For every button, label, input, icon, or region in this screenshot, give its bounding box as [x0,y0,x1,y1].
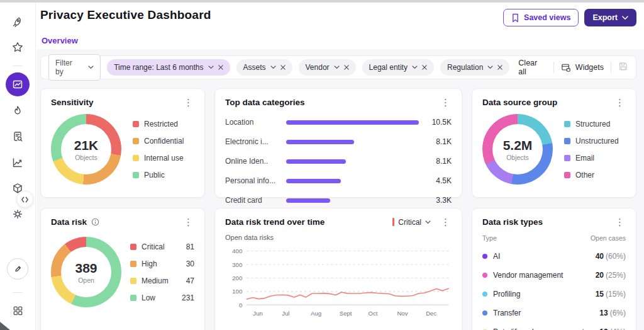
table-row: Data lifecycle management12(4%) [482,327,626,330]
donut-value: 5.2M [503,138,533,153]
tab-bar: Overview [36,26,644,52]
bar-row: Electronic i... 8.1K [225,137,452,146]
legend: Restricted Confidential Internal use Pub… [133,120,194,179]
sidebar-divider [13,292,23,293]
card-data-risk-trend: Data risk trend over time Critical ⋮ Ope… [214,208,462,330]
sidebar [0,3,36,330]
legend-item: Critical81 [130,242,194,251]
filter-pill-vendor[interactable]: Vendor [299,59,356,76]
card-title: Data risk types [482,217,543,227]
donut-value: 389 [75,261,97,276]
svg-text:0: 0 [239,302,242,309]
card-data-risk: Data risk ⋮ 389 Open Critical81 High3 [40,208,205,330]
svg-text:Jul: Jul [282,310,289,317]
kebab-menu-icon[interactable]: ⋮ [614,217,626,227]
divider [553,62,554,73]
kebab-menu-icon[interactable]: ⋮ [440,217,452,227]
chevron-down-icon [425,220,431,224]
rocket-icon[interactable] [6,10,29,33]
svg-text:Dec: Dec [426,310,436,317]
dashboard-grid: Sensitivity ⋮ 21K Objects Restricted Con… [40,88,636,330]
report-search-icon[interactable] [6,125,29,148]
page-title: Privacy Executive Dashboard [40,8,211,22]
donut-value: 21K [74,138,99,153]
svg-text:100: 100 [232,288,242,295]
legend-item: Public [133,171,194,179]
edit-pencil-icon[interactable] [7,258,28,280]
kebab-menu-icon[interactable]: ⋮ [182,98,194,107]
filter-pill-regulation[interactable]: Regulation [440,59,509,76]
remove-filter-icon[interactable] [280,65,286,70]
svg-text:Jun: Jun [253,310,262,317]
topbar: Privacy Executive Dashboard Saved views … [36,3,644,26]
flame-icon[interactable] [6,100,29,122]
widgets-icon [561,63,571,72]
sidebar-collapse-button[interactable] [16,191,33,208]
saved-views-button[interactable]: Saved views [503,9,579,26]
filter-pill-legal-entity[interactable]: Legal entity [362,59,434,76]
remove-filter-icon[interactable] [497,65,502,70]
legend-item: Medium47 [130,276,194,285]
legend-item: Other [564,171,626,179]
filter-by-dropdown[interactable]: Filter by [48,54,101,81]
chevron-down-icon [270,65,276,69]
card-top-data-categories: Top data categories ⋮ Location 10.5K Ele… [214,88,462,198]
chevron-down-icon [622,16,628,20]
cursor-artifact [0,322,10,330]
content-area: Filter by Time range: Last 6 months Asse… [36,49,644,330]
info-icon[interactable] [91,218,99,226]
filter-pill-assets[interactable]: Assets [236,59,292,76]
kebab-menu-icon[interactable]: ⋮ [614,98,626,107]
legend: Critical81 High30 Medium47 Low231 [130,242,194,302]
donut-label: Objects [506,154,529,161]
legend-item: Unstructured [564,137,626,145]
data-source-donut-chart: 5.2M Objects [482,114,553,185]
remove-filter-icon[interactable] [422,65,427,70]
legend-item: High30 [130,259,194,268]
filter-pill-time-range[interactable]: Time range: Last 6 months [107,59,230,76]
sidebar-divider [13,65,23,66]
table-row: AI40(60%) [482,252,626,261]
kebab-menu-icon[interactable]: ⋮ [182,217,194,227]
bar-row: Location 10.5K [225,118,452,127]
svg-text:Sept: Sept [340,310,352,317]
table-row: Profiling15(15%) [482,290,626,299]
remove-filter-icon[interactable] [218,65,223,70]
save-view-icon[interactable] [618,61,628,74]
clear-all-button[interactable]: Clear all [518,59,547,76]
widgets-button[interactable]: Widgets [561,63,604,72]
chevron-down-icon [88,65,94,69]
dashboard-icon[interactable] [6,72,30,96]
svg-text:Oct: Oct [369,310,378,317]
card-title: Data risk [51,217,99,227]
svg-text:200: 200 [232,275,242,282]
kebab-menu-icon[interactable]: ⋮ [440,98,452,107]
data-risk-donut-chart: 389 Open [51,237,121,307]
export-button[interactable]: Export [584,9,636,26]
series-selector[interactable]: Critical [392,218,431,227]
legend-item: Structured [564,120,626,128]
card-title: Sensitivity [51,98,94,107]
apps-grid-icon[interactable] [6,299,29,322]
star-icon[interactable] [6,36,29,59]
chevron-down-icon [208,65,214,69]
card-title: Data risk trend over time [225,217,325,227]
legend-item: Restricted [133,120,194,128]
legend-item: Low231 [130,293,194,302]
legend-item: Confidential [133,137,194,145]
donut-label: Open [78,276,94,284]
legend: Structured Unstructured Email Other [564,120,626,179]
window-edge [0,0,644,3]
bar-row: Online Iden.. 8.1K [225,157,452,166]
legend-item: Email [564,154,626,162]
bar-row: Credit card 3.3K [225,196,452,205]
card-title: Data source group [482,98,557,107]
sensitivity-donut-chart: 21K Objects [51,114,121,185]
remove-filter-icon[interactable] [344,65,349,70]
y-axis-title: Open data risks [225,234,452,241]
svg-text:Nov: Nov [397,310,408,317]
legend-item: Internal use [133,154,194,162]
series-color-bar [392,218,394,226]
table-row: Vendor management20(25%) [482,271,626,280]
trend-chart-icon[interactable] [6,151,29,174]
